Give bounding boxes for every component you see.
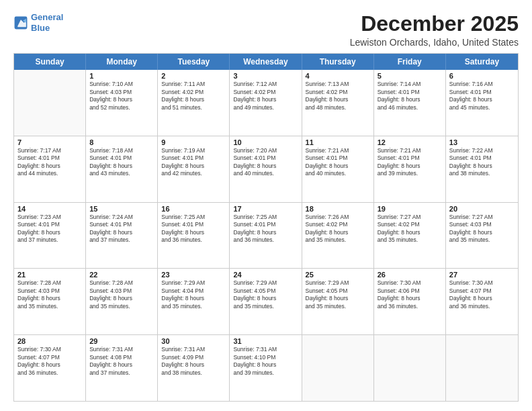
cell-info-line: Sunrise: 7:18 AM	[89, 147, 154, 154]
cell-info-line: Sunrise: 7:19 AM	[161, 147, 226, 154]
cell-info-line: and 36 minutes.	[378, 303, 442, 310]
cell-info-line: Sunrise: 7:11 AM	[161, 81, 226, 88]
day-number: 27	[449, 271, 515, 279]
cell-info-line: Sunset: 4:01 PM	[17, 154, 82, 162]
cell-info-line: Sunset: 4:01 PM	[306, 154, 370, 162]
cell-info-line: Daylight: 8 hours	[89, 295, 154, 302]
cell-info-line: Sunrise: 7:21 AM	[378, 147, 442, 154]
calendar-day-30: 30Sunrise: 7:31 AMSunset: 4:09 PMDayligh…	[158, 335, 230, 401]
cell-info-line: Daylight: 8 hours	[233, 361, 298, 369]
cell-info-line: and 37 minutes.	[17, 236, 82, 244]
cell-info-line: Sunset: 4:05 PM	[233, 287, 298, 295]
calendar-day-12: 12Sunrise: 7:21 AMSunset: 4:01 PMDayligh…	[374, 136, 446, 202]
cell-info-line: Sunset: 4:01 PM	[233, 221, 298, 228]
title-block: December 2025 Lewiston Orchards, Idaho, …	[350, 12, 519, 48]
cell-info-line: Daylight: 8 hours	[233, 229, 298, 236]
day-number: 24	[233, 271, 298, 279]
cell-info-line: Daylight: 8 hours	[161, 163, 226, 170]
day-number: 5	[378, 72, 442, 80]
cell-info-line: Sunrise: 7:29 AM	[161, 279, 226, 287]
calendar-day-8: 8Sunrise: 7:18 AMSunset: 4:01 PMDaylight…	[86, 136, 158, 202]
calendar-day-23: 23Sunrise: 7:29 AMSunset: 4:04 PMDayligh…	[158, 269, 230, 334]
day-number: 3	[233, 72, 298, 80]
cell-info-line: Daylight: 8 hours	[233, 96, 298, 103]
cell-info-line: Daylight: 8 hours	[161, 229, 226, 236]
cell-info-line: Sunrise: 7:28 AM	[89, 279, 154, 287]
header-day-thursday: Thursday	[302, 54, 374, 70]
cell-info-line: Sunset: 4:01 PM	[449, 154, 515, 162]
cell-info-line: Daylight: 8 hours	[17, 163, 82, 170]
cell-info-line: Sunrise: 7:29 AM	[306, 279, 370, 287]
day-number: 8	[89, 138, 154, 146]
cell-info-line: and 35 minutes.	[161, 303, 226, 310]
cell-info-line: Sunset: 4:05 PM	[306, 287, 370, 295]
cell-info-line: and 35 minutes.	[89, 303, 154, 310]
calendar-day-18: 18Sunrise: 7:26 AMSunset: 4:02 PMDayligh…	[302, 203, 374, 269]
day-number: 25	[306, 271, 370, 279]
header: General Blue December 2025 Lewiston Orch…	[13, 12, 519, 48]
cell-info-line: Daylight: 8 hours	[449, 163, 515, 170]
calendar-day-27: 27Sunrise: 7:30 AMSunset: 4:07 PMDayligh…	[446, 269, 518, 334]
day-number: 21	[17, 271, 82, 279]
cell-info-line: Sunset: 4:07 PM	[17, 354, 82, 361]
calendar-day-15: 15Sunrise: 7:24 AMSunset: 4:01 PMDayligh…	[86, 203, 158, 269]
calendar-day-11: 11Sunrise: 7:21 AMSunset: 4:01 PMDayligh…	[302, 136, 374, 202]
header-day-sunday: Sunday	[14, 54, 86, 70]
cell-info-line: and 43 minutes.	[89, 170, 154, 177]
calendar-week-0: 1Sunrise: 7:10 AMSunset: 4:03 PMDaylight…	[14, 70, 518, 136]
calendar-empty-cell	[14, 70, 86, 136]
cell-info-line: Daylight: 8 hours	[306, 96, 370, 103]
calendar-day-2: 2Sunrise: 7:11 AMSunset: 4:02 PMDaylight…	[158, 70, 230, 136]
calendar-day-28: 28Sunrise: 7:30 AMSunset: 4:07 PMDayligh…	[14, 335, 86, 401]
calendar: SundayMondayTuesdayWednesdayThursdayFrid…	[13, 53, 519, 402]
cell-info-line: Sunset: 4:03 PM	[449, 221, 515, 228]
cell-info-line: Daylight: 8 hours	[306, 295, 370, 302]
cell-info-line: Sunrise: 7:29 AM	[233, 279, 298, 287]
header-day-tuesday: Tuesday	[158, 54, 230, 70]
header-day-monday: Monday	[86, 54, 158, 70]
day-number: 10	[233, 138, 298, 146]
cell-info-line: Daylight: 8 hours	[233, 295, 298, 302]
cell-info-line: and 35 minutes.	[17, 303, 82, 310]
calendar-empty-cell	[446, 335, 518, 401]
cell-info-line: Sunrise: 7:25 AM	[233, 214, 298, 221]
cell-info-line: Sunrise: 7:28 AM	[17, 279, 82, 287]
cell-info-line: Sunrise: 7:30 AM	[449, 279, 515, 287]
cell-info-line: Sunrise: 7:16 AM	[449, 81, 515, 88]
logo-icon	[13, 15, 28, 30]
cell-info-line: Daylight: 8 hours	[89, 229, 154, 236]
day-number: 2	[161, 72, 226, 80]
day-number: 17	[233, 205, 298, 213]
calendar-day-29: 29Sunrise: 7:31 AMSunset: 4:08 PMDayligh…	[86, 335, 158, 401]
cell-info-line: Sunrise: 7:22 AM	[449, 147, 515, 154]
calendar-day-17: 17Sunrise: 7:25 AMSunset: 4:01 PMDayligh…	[230, 203, 302, 269]
cell-info-line: Sunrise: 7:25 AM	[161, 214, 226, 221]
cell-info-line: Sunset: 4:02 PM	[161, 89, 226, 96]
calendar-day-3: 3Sunrise: 7:12 AMSunset: 4:02 PMDaylight…	[230, 70, 302, 136]
calendar-day-5: 5Sunrise: 7:14 AMSunset: 4:01 PMDaylight…	[374, 70, 446, 136]
calendar-empty-cell	[302, 335, 374, 401]
day-number: 16	[161, 205, 226, 213]
cell-info-line: and 37 minutes.	[89, 236, 154, 244]
header-day-saturday: Saturday	[446, 54, 518, 70]
cell-info-line: Daylight: 8 hours	[449, 96, 515, 103]
cell-info-line: Sunrise: 7:24 AM	[89, 214, 154, 221]
cell-info-line: Sunset: 4:02 PM	[306, 221, 370, 228]
calendar-day-7: 7Sunrise: 7:17 AMSunset: 4:01 PMDaylight…	[14, 136, 86, 202]
header-day-friday: Friday	[374, 54, 446, 70]
day-number: 29	[89, 337, 154, 345]
cell-info-line: Daylight: 8 hours	[233, 163, 298, 170]
cell-info-line: Sunset: 4:08 PM	[89, 354, 154, 361]
logo: General Blue	[13, 12, 63, 33]
cell-info-line: Sunset: 4:01 PM	[161, 154, 226, 162]
cell-info-line: Sunset: 4:01 PM	[89, 154, 154, 162]
calendar-week-3: 21Sunrise: 7:28 AMSunset: 4:03 PMDayligh…	[14, 269, 518, 335]
cell-info-line: Daylight: 8 hours	[89, 361, 154, 369]
cell-info-line: Sunrise: 7:27 AM	[449, 214, 515, 221]
cell-info-line: Sunrise: 7:12 AM	[233, 81, 298, 88]
calendar-week-4: 28Sunrise: 7:30 AMSunset: 4:07 PMDayligh…	[14, 335, 518, 401]
day-number: 12	[378, 138, 442, 146]
cell-info-line: and 42 minutes.	[161, 170, 226, 177]
calendar-week-2: 14Sunrise: 7:23 AMSunset: 4:01 PMDayligh…	[14, 203, 518, 269]
cell-info-line: Sunset: 4:04 PM	[161, 287, 226, 295]
